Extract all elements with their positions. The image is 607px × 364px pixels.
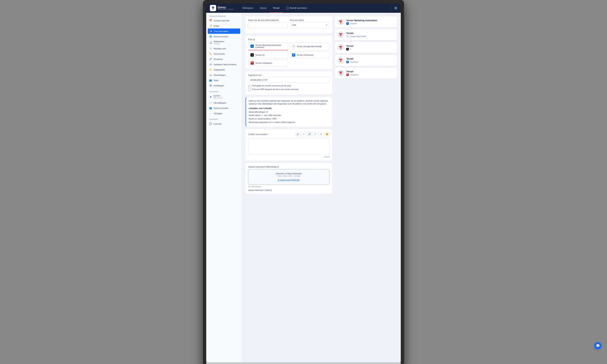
- date-input-wrapper: [248, 77, 330, 83]
- grid-icon[interactable]: ⊞: [394, 6, 397, 10]
- limit-item: Aantal videos: 1 · max 1800 seconden: [249, 114, 330, 117]
- post-op-label: Post op: [248, 38, 330, 40]
- calendar-icon: 📅: [209, 19, 212, 22]
- social-card-platform-twitter: 𝕏 X: [346, 48, 395, 51]
- sidebar-item-uitnodigingen[interactable]: ✉️ Uitnodigingen: [206, 100, 242, 105]
- settings-icon: ⚙️: [209, 84, 212, 87]
- nav-bedrijf-aanmaken[interactable]: + Bedrijf aanmaken: [283, 3, 310, 13]
- social-card-platform-facebook: f Facebook: [346, 61, 395, 63]
- link-button[interactable]: 🔗: [307, 132, 312, 136]
- laptop-bottom: [206, 362, 401, 364]
- post-op-linkedin[interactable]: in Ternair Marketing Automation (LinkedI…: [248, 42, 288, 50]
- social-card-info-instagram: Ternair 📷 Instagram: [346, 70, 395, 76]
- social-card-platform-instagram: 📷 Instagram: [346, 73, 395, 76]
- nav-ternair[interactable]: Ternair: [270, 3, 283, 13]
- social-card-google: Ternair G Google Mijn Bedrijf: [335, 29, 397, 40]
- social-card-info-twitter: Ternair 𝕏 X: [346, 45, 395, 51]
- upload-section: Upload maximaal 9 afbeelding(en) Selecte…: [246, 163, 332, 194]
- post-op-facebook[interactable]: f Ternair (Facebook): [290, 52, 330, 58]
- instagram-badge-icon: 📷: [346, 73, 349, 76]
- social-card-name-linkedin: Ternair Marketing Automation: [346, 19, 395, 22]
- google-badge-icon: G: [346, 35, 349, 38]
- social-card-platform-linkedin: in LinkedIn: [346, 22, 395, 25]
- sidebar-item-mijn-account[interactable]: ● Esmee Mijn account: [206, 93, 242, 100]
- right-panel: Ternair Marketing Automation in LinkedIn: [335, 16, 397, 359]
- app-body: TERNAIR BEDRIJF 📅 Content kalender 📝 Dra…: [206, 13, 401, 362]
- upload-video-label: Upload maximaal 1 video(s): [248, 189, 330, 191]
- sidebar-item-drafts[interactable]: 📝 Drafts: [206, 23, 242, 28]
- account-circle-icon: ●: [209, 95, 212, 98]
- sidebar-item-shortlinks[interactable]: 🔗 Shortlinks: [206, 56, 242, 62]
- social-card-linkedin: Ternair Marketing Automation in LinkedIn: [335, 16, 397, 27]
- scheduled-section: Ingepland voor * Post gelijk een eerste …: [246, 71, 332, 94]
- sidebar-item-content-kalender[interactable]: 📅 Content kalender: [206, 18, 242, 23]
- linkedin-icon: in: [250, 45, 254, 48]
- naam-input[interactable]: [248, 22, 288, 28]
- post-op-twitter[interactable]: 𝕏 Ternair (X): [248, 52, 288, 58]
- sidebar-item-social-accounts-account[interactable]: 👥 Social accounts: [206, 105, 242, 111]
- sidebar-item-text-presets[interactable]: ✏️ Text presets: [206, 51, 242, 56]
- sidebar-item-instellingen[interactable]: ⚙️ Instellingen: [206, 83, 242, 88]
- twitter-x-badge-icon: 𝕏: [346, 48, 349, 51]
- content-label-row: Content om te posten * @ ✦ 🔗 # ⎘ 😊: [248, 132, 330, 138]
- ai-button[interactable]: ✦: [301, 132, 306, 136]
- sidebar-item-inhaakdagen[interactable]: 📖 Inhaakdagen: [206, 72, 242, 78]
- post-op-google[interactable]: G Ternair (Google Mijn Bedrijf): [290, 42, 330, 50]
- checkbox-row-1: Post gelijk een eerste comment met de po…: [248, 85, 330, 87]
- info-section: Indien je meer karakters gebruikt dan to…: [246, 97, 332, 127]
- content-toolbar: @ ✦ 🔗 # ⎘ 😊: [295, 132, 330, 136]
- social-card-name-instagram: Ternair: [346, 70, 395, 73]
- status-select[interactable]: Live Draft Gepland: [290, 22, 330, 28]
- top-form-section: Naam van de post (intern gebruik) Kies e…: [246, 16, 332, 33]
- upload-dropzone[interactable]: Selecteer of sleep bestanden PNG, JPEG, …: [248, 169, 330, 184]
- social-card-name-twitter: Ternair: [346, 45, 395, 47]
- logo-icon: [210, 5, 216, 11]
- copy-button[interactable]: ⎘: [319, 132, 324, 136]
- sidebar-item-team[interactable]: 👥 Team: [206, 78, 242, 83]
- status-select-wrapper: Live Draft Gepland ▼: [290, 22, 330, 28]
- checkbox-pdf-link[interactable]: [248, 89, 250, 91]
- checkbox-row-2: Post een PDF bestand als link in de eers…: [248, 88, 330, 91]
- status-label: Kies een status: [290, 19, 330, 21]
- sidebar-section-bedrijf: TERNAIR BEDRIJF: [206, 13, 242, 18]
- twitter-x-icon: 𝕏: [250, 53, 254, 57]
- instagram-icon: 📷: [250, 61, 254, 65]
- char-count: 0/3000: [248, 156, 330, 158]
- nav-items: Workspace Quezy Ternair + Bedrijf aanmak…: [239, 3, 310, 13]
- sidebar-item-uitloggen[interactable]: → Uitloggen: [206, 111, 242, 116]
- nav-right: ⊞: [389, 4, 397, 12]
- facebook-icon: f: [292, 53, 295, 57]
- hashtag-icon: #: [209, 47, 212, 50]
- sidebar-item-hashtag-sets[interactable]: # Hashtag sets: [206, 46, 242, 51]
- content-textarea[interactable]: [248, 138, 330, 155]
- chat-fab-button[interactable]: 💬: [594, 342, 602, 349]
- date-input[interactable]: [248, 77, 330, 83]
- social-card-platform-google: G Google Mijn Bedrijf: [346, 35, 395, 38]
- sidebar-item-instagram-previews[interactable]: ⊞ Instagram feed previews: [206, 62, 242, 67]
- nav-workspace[interactable]: Workspace: [239, 3, 257, 13]
- logo-text: Quezy POWERED BY TERN·IR: [218, 6, 234, 10]
- nav-quezy[interactable]: Quezy: [257, 3, 270, 13]
- post-op-section: Post op in Ternair Marketing Automation …: [246, 36, 332, 69]
- sidebar-item-social-accounts[interactable]: 🌐 Social accounts: [206, 34, 242, 39]
- checkbox-first-comment[interactable]: [248, 85, 250, 87]
- post-op-instagram[interactable]: 📷 Ternair (Instagram): [248, 60, 288, 66]
- sidebar: TERNAIR BEDRIJF 📅 Content kalender 📝 Dra…: [206, 13, 242, 362]
- sidebar-item-livechat[interactable]: 💬 Livechat: [206, 121, 242, 126]
- avatar-facebook: [337, 57, 344, 64]
- sidebar-section-support: SUPPORT: [206, 116, 242, 121]
- sidebar-item-categorieen[interactable]: 📁 Categorieën: [206, 67, 242, 72]
- google-icon: G: [292, 45, 295, 48]
- social-card-info-linkedin: Ternair Marketing Automation in LinkedIn: [346, 19, 395, 25]
- info-text: Indien je meer karakters gebruikt dan to…: [249, 100, 330, 105]
- naam-group: Naam van de post (intern gebruik): [248, 19, 288, 28]
- sidebar-item-statistieken[interactable]: 📊 Statistieken (In beta): [206, 39, 242, 46]
- at-button[interactable]: @: [295, 132, 300, 136]
- invite-icon: ✉️: [209, 101, 212, 104]
- sidebar-item-post-aanmaken[interactable]: ⊕ Post aanmaken: [208, 28, 240, 34]
- post-op-grid: in Ternair Marketing Automation (LinkedI…: [248, 42, 330, 66]
- upload-cdn-link[interactable]: of upload vanaf CDN/URL: [278, 179, 300, 181]
- logo-area[interactable]: Quezy POWERED BY TERN·IR: [210, 5, 234, 11]
- emoji-button[interactable]: 😊: [325, 132, 330, 136]
- hashtag-button[interactable]: #: [313, 132, 318, 136]
